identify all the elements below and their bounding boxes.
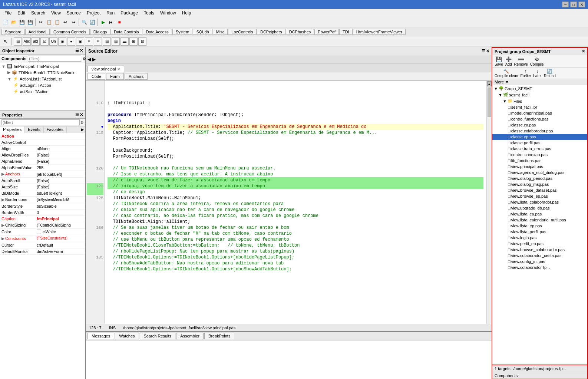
props-filter-input[interactable]: [1, 119, 80, 125]
props-menu-icon[interactable]: ☰: [75, 112, 79, 117]
tab-lazcontrols[interactable]: LazControls: [228, 29, 257, 35]
bottom-tab-watches[interactable]: Watches: [115, 333, 139, 339]
tab-data-controls[interactable]: Data Controls: [110, 29, 142, 35]
proj-file-control-functions[interactable]: □control.functions.pas: [492, 116, 587, 122]
tab-dcpciphers[interactable]: DCPciphers: [257, 29, 285, 35]
comp-1-icon[interactable]: ▤: [14, 37, 22, 46]
proj-file-view-lista-colaborador[interactable]: □view.lista_colaborador.pas: [492, 199, 587, 205]
tree-item-actlogin[interactable]: ⚡ actLogin: TAction: [0, 82, 85, 88]
bottom-tab-messages[interactable]: Messages: [87, 333, 114, 339]
proj-close-icon[interactable]: ✕: [582, 49, 585, 54]
proj-file-view-browse-ep[interactable]: □view.browse_ep.pas: [492, 193, 587, 199]
proj-file-view-lista-perfil[interactable]: □view.lista_perfil.pas: [492, 229, 587, 235]
proj-file-view-dialog-period[interactable]: □view.dialog_period.pas: [492, 175, 587, 181]
source-tab-code[interactable]: Code: [87, 73, 105, 80]
comp-3-icon[interactable]: ab|: [32, 37, 40, 46]
editor-close-icon[interactable]: ✕: [486, 49, 489, 53]
tab-tdi[interactable]: TDI: [339, 29, 353, 35]
code-content-area[interactable]: { TfmPrincipal } procedure TfmPrincipal.…: [105, 81, 486, 324]
tab-sqldb[interactable]: SQLdb: [193, 29, 212, 35]
bottom-tab-search-results[interactable]: Search Results: [140, 333, 176, 339]
proj-file-classe-ca[interactable]: □classe.ca.pas: [492, 122, 587, 128]
oi-close-icon[interactable]: ✕: [80, 48, 83, 53]
proj-file-classe-colaborador[interactable]: □classe.colaborador.pas: [492, 128, 587, 134]
props-filter-btn[interactable]: ⚙: [80, 121, 84, 125]
proj-file-view-lista-calendario[interactable]: □view.lista_calendario_nutil.pas: [492, 217, 587, 223]
tab-common-controls[interactable]: Common Controls: [50, 29, 90, 35]
toolbar-run-icon[interactable]: ▶: [99, 18, 107, 26]
props-nav-right[interactable]: ▶: [79, 126, 85, 133]
editor-menu-icon[interactable]: ☰: [482, 49, 485, 53]
comp-15-icon[interactable]: ⊡: [138, 37, 146, 46]
tab-additional[interactable]: Additional: [25, 29, 50, 35]
toolbar-open-icon[interactable]: 📂: [10, 18, 18, 26]
proj-remove-btn[interactable]: ➖ Remove: [514, 56, 528, 66]
comp-7-icon[interactable]: ●: [67, 37, 75, 46]
comp-9-icon[interactable]: ≡: [85, 37, 93, 46]
proj-file-control-conexao[interactable]: □control.conexao.pas: [492, 152, 587, 158]
toolbar-find-icon[interactable]: 🔍: [80, 18, 88, 26]
comp-13-icon[interactable]: ▬: [120, 37, 129, 46]
bottom-tab-breakpoints[interactable]: BreakPoints: [204, 333, 234, 339]
proj-file-view-upgrade[interactable]: □view.upgrade_db.pas: [492, 205, 587, 211]
source-tab-anchors[interactable]: Anchors: [125, 73, 148, 80]
editor-scrollbar[interactable]: ▲: [486, 81, 492, 324]
comp-filter-btn[interactable]: ⚙: [83, 57, 86, 61]
file-tab-close[interactable]: ✕: [117, 67, 120, 71]
menu-view[interactable]: View: [48, 10, 64, 16]
project-more-btn[interactable]: More ▼: [492, 79, 587, 85]
proj-grupo-sesmt[interactable]: ▼🌳Grupo_SESMT: [492, 85, 587, 92]
tab-system[interactable]: System: [172, 29, 193, 35]
proj-file-view-agenda[interactable]: □view.agenda_nutil_dialog.pas: [492, 169, 587, 175]
proj-files-folder[interactable]: ▼📁Files: [492, 98, 587, 104]
proj-file-view-browse-dataset[interactable]: □view.browse_dataset.pas: [492, 187, 587, 193]
tab-properties[interactable]: Properties: [0, 126, 25, 133]
tab-powerpdf[interactable]: PowerPdf: [314, 29, 339, 35]
proj-file-view-browse-colaborador[interactable]: □view.browse_colaborador.pas: [492, 247, 587, 253]
proj-file-view-lista-ep[interactable]: □view.lista_ep.pas: [492, 223, 587, 229]
menu-file[interactable]: File: [1, 10, 14, 16]
tab-htmlviewer[interactable]: HtmlViewer/FrameViewer: [353, 29, 406, 35]
menu-package[interactable]: Package: [118, 10, 141, 16]
proj-add-btn[interactable]: ➕ Add: [505, 56, 512, 66]
menu-tools[interactable]: Tools: [141, 10, 157, 16]
editor-file-tab[interactable]: view.principal ✕: [87, 66, 124, 72]
editor-nav-back[interactable]: ◀: [87, 57, 91, 62]
proj-file-lpr[interactable]: □sesmt_facil.lpr: [492, 104, 587, 110]
proj-file-view-lista-ca[interactable]: □view.lista_ca.pas: [492, 211, 587, 217]
proj-file-view-colaborador-fp[interactable]: □view.colaborador-fp...: [492, 264, 587, 270]
toolbar-new-icon[interactable]: 📄: [1, 18, 10, 26]
menu-help[interactable]: Help: [179, 10, 194, 16]
comp-14-icon[interactable]: ⊞: [129, 37, 138, 46]
comp-6-icon[interactable]: ◉: [58, 37, 66, 46]
comp-5-icon[interactable]: On: [49, 37, 57, 46]
comp-10-icon[interactable]: ≡: [94, 37, 102, 46]
comp-8-icon[interactable]: ▣: [76, 37, 84, 46]
proj-file-view-config-ini[interactable]: □view.config_ini.pas: [492, 258, 587, 264]
tab-dialogs[interactable]: Dialogs: [90, 29, 110, 35]
comp-2-icon[interactable]: Abc: [23, 37, 31, 46]
tab-data-access[interactable]: Data Access: [143, 29, 172, 35]
proj-sesmt-facil[interactable]: ▼🌿sesmt_facil: [492, 92, 587, 98]
components-filter[interactable]: [28, 56, 81, 62]
toolbar-save-icon[interactable]: 💾: [18, 18, 26, 26]
tab-favorites[interactable]: Favorites: [44, 126, 67, 133]
menu-search[interactable]: Search: [28, 10, 48, 16]
proj-save-btn[interactable]: 💾 Save: [495, 56, 503, 66]
toolbar-paste-icon[interactable]: 📋: [53, 18, 61, 26]
proj-file-model[interactable]: □model.dmprincipal.pas: [492, 110, 587, 116]
tree-item-actionlist[interactable]: ▼ ⚡ ActionList1: TActionList: [0, 76, 85, 82]
menu-edit[interactable]: Edit: [14, 10, 28, 16]
proj-reload-btn[interactable]: 🔄 Reload: [544, 69, 556, 78]
proj-file-view-login[interactable]: □view.login.pas: [492, 235, 587, 241]
menu-window[interactable]: Window: [157, 10, 179, 16]
tree-item-actsair[interactable]: ⚡ actSair: TAction: [0, 88, 85, 95]
tab-misc[interactable]: Misc: [213, 29, 228, 35]
tab-dcphashes[interactable]: DCPhashes: [286, 29, 314, 35]
comp-4-icon[interactable]: ☑: [40, 37, 49, 46]
toolbar-replace-icon[interactable]: 🔄: [88, 18, 96, 26]
tab-standard[interactable]: Standard: [1, 29, 25, 35]
source-tab-form[interactable]: Form: [106, 73, 124, 80]
bottom-tab-assembler[interactable]: Assembler: [176, 333, 204, 339]
toolbar-undo-icon[interactable]: ↩: [61, 18, 69, 26]
